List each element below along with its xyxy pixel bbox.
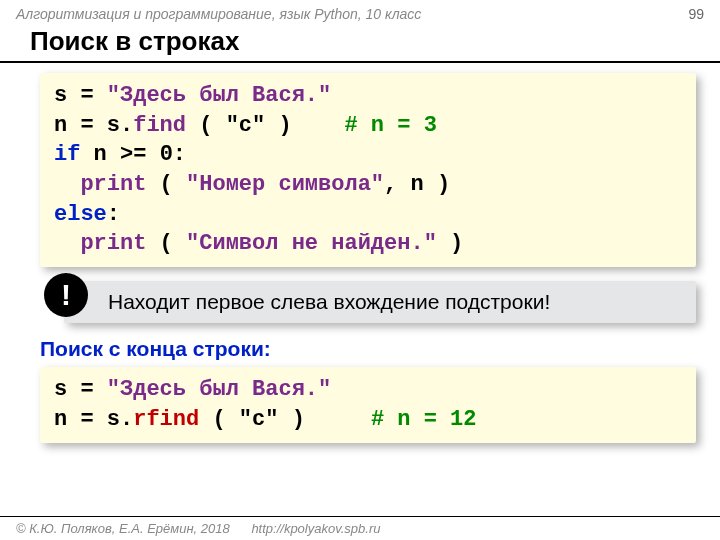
callout: ! Находит первое слева вхождение подстро…	[64, 281, 696, 323]
code-number: 0	[160, 142, 173, 167]
code-keyword: else	[54, 202, 107, 227]
code-token: s	[54, 83, 67, 108]
code-token: n >=	[80, 142, 159, 167]
code-token: =	[67, 83, 107, 108]
slide-title: Поиск в строках	[0, 24, 720, 61]
code-comment: # n = 12	[371, 407, 477, 432]
code-token: n	[54, 407, 67, 432]
code-string: "Номер символа"	[186, 172, 384, 197]
code-function: print	[80, 231, 146, 256]
code-indent	[54, 231, 80, 256]
copyright: © К.Ю. Поляков, Е.А. Ерёмин, 2018	[16, 521, 230, 536]
code-function: print	[80, 172, 146, 197]
title-underline	[0, 61, 720, 63]
course-name: Алгоритмизация и программирование, язык …	[16, 6, 421, 22]
callout-text: Находит первое слева вхождение подстроки…	[64, 281, 696, 323]
code-function: find	[133, 113, 186, 138]
subheading: Поиск с конца строки:	[0, 331, 720, 367]
code-token: s.	[107, 407, 133, 432]
exclamation-icon: !	[44, 273, 88, 317]
code-token: (	[146, 172, 186, 197]
code-token: =	[67, 377, 107, 402]
code-token: =	[67, 407, 107, 432]
code-block-2: s = "Здесь был Вася." n = s.rfind ( "с" …	[40, 367, 696, 442]
code-comment: # n = 3	[344, 113, 436, 138]
code-token: s.	[107, 113, 133, 138]
code-string: "Здесь был Вася."	[107, 83, 331, 108]
page-number: 99	[688, 6, 704, 22]
code-token: =	[67, 113, 107, 138]
code-keyword: if	[54, 142, 80, 167]
code-token: :	[173, 142, 186, 167]
code-token: s	[54, 377, 67, 402]
footer-url: http://kpolyakov.spb.ru	[251, 521, 380, 536]
code-token: )	[437, 231, 477, 256]
code-token: ( "с" )	[199, 407, 371, 432]
code-token: :	[107, 202, 120, 227]
code-token: ( "с" )	[186, 113, 344, 138]
code-function-highlight: rfind	[133, 407, 199, 432]
code-string: "Символ не найден."	[186, 231, 437, 256]
code-indent	[54, 172, 80, 197]
code-string: "Здесь был Вася."	[107, 377, 331, 402]
code-token: n	[54, 113, 67, 138]
code-block-1: s = "Здесь был Вася." n = s.find ( "с" )…	[40, 73, 696, 267]
slide-footer: © К.Ю. Поляков, Е.А. Ерёмин, 2018 http:/…	[0, 516, 720, 540]
code-token: , n )	[384, 172, 463, 197]
slide-header: Алгоритмизация и программирование, язык …	[0, 0, 720, 24]
code-token: (	[146, 231, 186, 256]
